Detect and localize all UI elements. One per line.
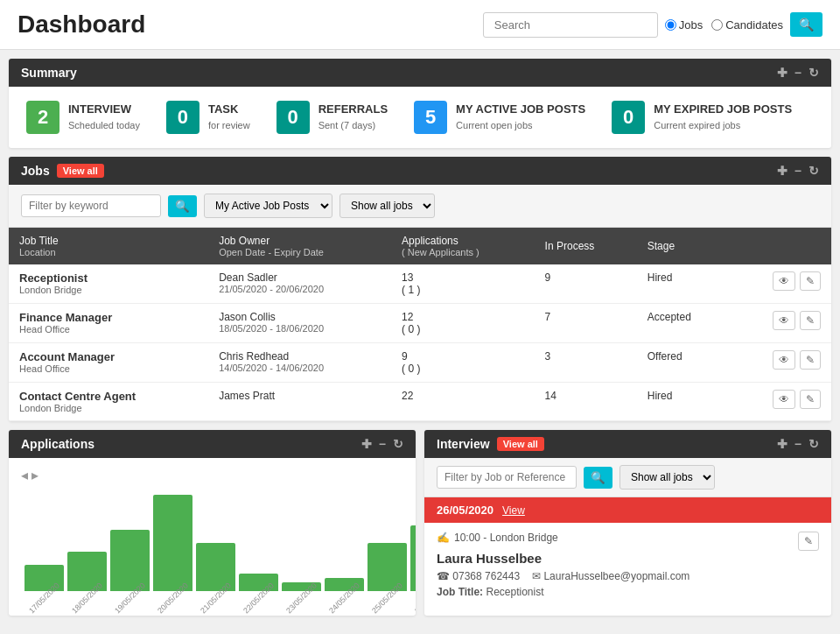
interview-edit-button[interactable]: ✎: [798, 532, 819, 551]
chart-bar: [410, 525, 416, 591]
table-row: Account Manager Head Office Chris Redhea…: [9, 343, 831, 383]
summary-item[interactable]: 5 MY ACTIVE JOB POSTS Current open jobs: [414, 101, 585, 134]
col-applications: Applications ( New Applicants ): [391, 228, 535, 264]
stage-cell: Hired: [637, 383, 732, 421]
summary-body: 2 INTERVIEW Scheduled today 0 TASK for r…: [9, 87, 831, 148]
view-job-button[interactable]: 👁: [773, 350, 795, 370]
edit-job-button[interactable]: ✎: [800, 311, 821, 330]
stage-cell: Offered: [637, 343, 732, 383]
interview-date: 26/05/2020: [437, 504, 494, 517]
edit-job-button[interactable]: ✎: [800, 271, 821, 291]
edit-job-button[interactable]: ✎: [800, 390, 821, 409]
applications-minus-icon[interactable]: −: [379, 437, 386, 451]
summary-header: Summary ✚ − ↻: [9, 59, 831, 87]
interview-contact: ☎ 07368 762443 ✉ LauraHusselbee@yopmail.…: [437, 570, 819, 582]
view-job-button[interactable]: 👁: [773, 390, 795, 409]
chart-nav[interactable]: ◂ ▸: [21, 467, 403, 483]
summary-controls[interactable]: ✚ − ↻: [777, 66, 819, 80]
job-owner-cell: Dean Sadler 21/05/2020 - 20/06/2020: [208, 264, 391, 304]
interview-add-icon[interactable]: ✚: [777, 437, 788, 451]
interview-controls[interactable]: ✚ − ↻: [777, 437, 819, 451]
jobs-filter-input[interactable]: [21, 194, 161, 217]
summary-minus-icon[interactable]: −: [794, 66, 802, 80]
job-location: Head Office: [19, 324, 198, 335]
interview-header: Interview View all ✚ − ↻: [424, 430, 831, 458]
interview-name: Laura Husselbee: [437, 551, 819, 566]
search-button[interactable]: 🔍: [790, 12, 822, 37]
email-icon: ✉ LauraHusselbee@yopmail.com: [532, 570, 690, 582]
table-row: Contact Centre Agent London Bridge James…: [9, 383, 831, 421]
summary-refresh-icon[interactable]: ↻: [808, 66, 819, 80]
jobs-add-icon[interactable]: ✚: [777, 164, 788, 178]
summary-item[interactable]: 0 MY EXPIRED JOB POSTS Current expired j…: [612, 101, 792, 134]
radio-candidates-label[interactable]: Candidates: [711, 18, 783, 32]
summary-item[interactable]: 2 INTERVIEW Scheduled today: [26, 101, 140, 134]
applications-refresh-icon[interactable]: ↻: [393, 437, 403, 451]
summary-item-sub: Current expired jobs: [654, 120, 740, 130]
actions-cell: 👁 ✎: [731, 304, 831, 343]
summary-item-title: REFERRALS: [318, 102, 388, 117]
interview-view-link[interactable]: View: [502, 504, 525, 517]
applications-count: 12: [402, 311, 524, 323]
search-input[interactable]: [483, 12, 658, 38]
job-title: Contact Centre Agent: [19, 390, 198, 403]
in-process-cell: 14: [535, 383, 637, 421]
jobs-show-dropdown[interactable]: Show all jobs: [340, 194, 435, 218]
radio-candidates[interactable]: [711, 19, 723, 31]
col-job-title: Job Title Location: [9, 228, 208, 264]
summary-label: TASK for review: [208, 102, 250, 133]
jobs-active-dropdown[interactable]: My Active Job Posts: [204, 194, 332, 218]
applications-cell: 22: [391, 383, 535, 421]
applications-header: Applications ✚ − ↻: [9, 430, 416, 458]
stage-cell: Accepted: [637, 304, 732, 343]
bar-group: 20/05/2020: [153, 495, 192, 602]
bar-group: 22/05/2020: [239, 574, 278, 602]
summary-item[interactable]: 0 REFERRALS Sent (7 days): [276, 101, 388, 134]
summary-add-icon[interactable]: ✚: [777, 66, 788, 80]
applications-title: Applications: [21, 437, 94, 451]
summary-badge: 0: [612, 101, 645, 134]
jobs-filter-button[interactable]: 🔍: [168, 195, 197, 217]
interview-refresh-icon[interactable]: ↻: [808, 437, 819, 451]
summary-badge: 0: [276, 101, 310, 134]
in-process-cell: 9: [535, 264, 637, 304]
interview-minus-icon[interactable]: −: [794, 437, 802, 451]
job-location: Head Office: [19, 363, 198, 374]
bar-group: 26/05/2020: [410, 525, 416, 602]
interview-view-all[interactable]: View all: [497, 437, 544, 451]
applications-add-icon[interactable]: ✚: [361, 437, 372, 451]
view-job-button[interactable]: 👁: [773, 271, 795, 291]
interview-time: ✍ 10:00 - London Bridge: [437, 532, 558, 544]
stage-cell: Hired: [637, 264, 732, 304]
job-owner-cell: James Pratt: [208, 383, 391, 421]
summary-section: Summary ✚ − ↻ 2 INTERVIEW Scheduled toda…: [9, 59, 831, 148]
summary-item-title: MY EXPIRED JOB POSTS: [654, 102, 792, 117]
table-row: Finance Manager Head Office Jason Collis…: [9, 304, 831, 343]
table-row: Receptionist London Bridge Dean Sadler 2…: [9, 264, 831, 304]
applications-controls[interactable]: ✚ − ↻: [361, 437, 403, 451]
jobs-minus-icon[interactable]: −: [794, 164, 802, 178]
edit-job-button[interactable]: ✎: [800, 350, 821, 370]
new-applicants-count: ( 0 ): [402, 323, 524, 335]
chart-area: ◂ ▸ 17/05/2020 18/05/2020 19/05/2020 20/…: [9, 458, 416, 616]
radio-jobs-label[interactable]: Jobs: [665, 18, 703, 32]
interview-filter-button[interactable]: 🔍: [584, 467, 612, 489]
view-job-button[interactable]: 👁: [773, 311, 795, 330]
in-process-cell: 3: [535, 343, 637, 383]
applications-count: 22: [402, 390, 524, 402]
interview-show-dropdown[interactable]: Show all jobs: [620, 465, 715, 490]
radio-jobs[interactable]: [665, 19, 676, 31]
summary-badge: 0: [166, 101, 200, 134]
interview-date-header: 26/05/2020 View: [424, 497, 831, 523]
in-process-cell: 7: [535, 304, 637, 343]
summary-item[interactable]: 0 TASK for review: [166, 101, 250, 134]
job-owner: Dean Sadler: [219, 271, 381, 284]
applications-cell: 12 ( 0 ): [391, 304, 535, 343]
jobs-view-all[interactable]: View all: [57, 164, 104, 178]
job-title: Finance Manager: [19, 311, 198, 324]
jobs-refresh-icon[interactable]: ↻: [808, 164, 819, 178]
jobs-controls[interactable]: ✚ − ↻: [777, 164, 819, 178]
job-dates: 18/05/2020 - 18/06/2020: [219, 323, 381, 334]
radio-candidates-label-text: Candidates: [725, 18, 783, 32]
interview-filter-input[interactable]: [437, 466, 577, 489]
